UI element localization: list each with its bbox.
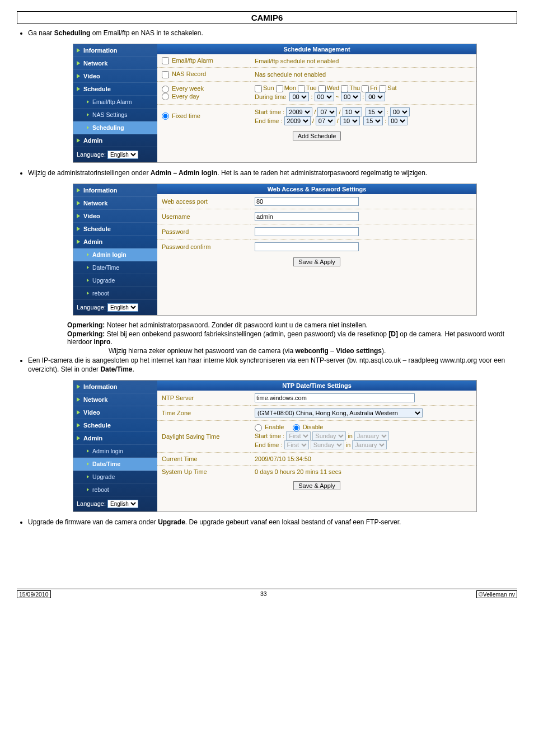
time-select[interactable]: 00 (315, 92, 334, 101)
save-apply-button[interactable] (293, 481, 340, 490)
day-select[interactable]: 10 (343, 107, 362, 116)
month-select[interactable]: 07 (316, 116, 335, 125)
text-line: Upgrade de firmware van de camera onder … (28, 518, 517, 527)
password-confirm-input[interactable] (255, 242, 359, 251)
sidebar-item-adminlogin[interactable]: Admin login (73, 248, 157, 261)
language-selector: Language: English (73, 147, 157, 162)
chevron-right-icon (87, 292, 89, 295)
sidebar-item-schedule[interactable]: Schedule (73, 419, 157, 432)
label: NTP Server (157, 391, 250, 406)
timezone-select[interactable]: (GMT+08:00) China, Hong Kong, Australia … (255, 408, 423, 417)
sidebar: Information Network Video Schedule Admin… (73, 184, 157, 315)
day-checkbox[interactable] (298, 85, 305, 92)
sidebar-item-admin[interactable]: Admin (73, 432, 157, 445)
everyweek-radio[interactable] (162, 86, 169, 93)
bold: webconfig (296, 347, 329, 355)
day-checkbox[interactable] (379, 85, 386, 92)
bold: Video settings (336, 347, 382, 355)
web-port-input[interactable] (255, 197, 359, 206)
sidebar-item-information[interactable]: Information (73, 381, 157, 393)
label: Web access port (157, 194, 250, 209)
bold: inpro (93, 338, 110, 346)
month-select[interactable]: 07 (317, 107, 337, 116)
sidebar-item-reboot[interactable]: reboot (73, 287, 157, 300)
sidebar-item-datetime[interactable]: Date/Time (73, 458, 157, 471)
label: Current Time (157, 452, 250, 465)
hour-select[interactable]: 15 (363, 116, 383, 125)
cell: Fixed time (157, 104, 250, 128)
ntp-server-input[interactable] (255, 393, 415, 402)
sidebar-item-upgrade[interactable]: Upgrade (73, 274, 157, 287)
sidebar-item-schedule[interactable]: Schedule (73, 223, 157, 236)
text: . Het is aan te raden het administratorp… (217, 169, 427, 177)
sidebar-item-label: Information (83, 187, 118, 194)
day-checkbox[interactable] (341, 85, 348, 92)
content-pane: NTP Date/Time Settings NTP Server Time Z… (157, 381, 476, 511)
sidebar-item-admin[interactable]: Admin (73, 134, 157, 147)
year-select[interactable]: 2009 (284, 116, 311, 125)
year-select[interactable]: 2009 (286, 107, 312, 116)
day-checkbox[interactable] (318, 85, 326, 92)
minute-select[interactable]: 00 (388, 116, 407, 125)
enable-radio[interactable] (255, 424, 262, 431)
paragraph: Wijzig de administratorinstellingen onde… (17, 168, 517, 178)
sidebar-item-information[interactable]: Information (73, 184, 157, 197)
language-select[interactable]: English (107, 151, 138, 159)
sidebar-item-upgrade[interactable]: Upgrade (73, 471, 157, 483)
sidebar-item-label: Upgrade (92, 473, 115, 480)
sidebar-item-scheduling[interactable]: Scheduling (73, 121, 157, 134)
sidebar-item-label: Network (83, 200, 107, 206)
language-label: Language: (77, 304, 106, 311)
sidebar-item-admin[interactable]: Admin (73, 236, 157, 248)
sidebar-item-label: Date/Time (92, 461, 120, 467)
time-select[interactable]: 00 (366, 92, 385, 101)
sidebar-item-network[interactable]: Network (73, 197, 157, 210)
disable-radio[interactable] (293, 424, 300, 431)
day-label: Tue (306, 84, 317, 91)
label: Start time : (255, 109, 284, 115)
chevron-right-icon (77, 48, 80, 53)
chevron-right-icon (87, 449, 89, 453)
day-checkbox[interactable] (276, 85, 283, 92)
emailftp-checkbox[interactable] (162, 57, 169, 64)
nas-checkbox[interactable] (162, 71, 169, 78)
day-select[interactable]: 10 (340, 116, 360, 125)
text-line: Een IP-camera die is aangesloten op het … (28, 356, 517, 375)
language-select[interactable]: English (107, 500, 138, 508)
sidebar-item-adminlogin[interactable]: Admin login (73, 445, 157, 458)
everyday-radio[interactable] (162, 93, 169, 100)
time-select[interactable]: 00 (341, 92, 360, 101)
sidebar-item-video[interactable]: Video (73, 406, 157, 419)
sidebar-item-nas[interactable]: NAS Settings (73, 109, 157, 121)
language-select[interactable]: English (107, 303, 138, 312)
minute-select[interactable]: 00 (390, 107, 410, 116)
sidebar-item-information[interactable]: Information (73, 44, 157, 57)
day-checkbox[interactable] (255, 85, 262, 92)
time-select[interactable]: 00 (289, 92, 309, 101)
sidebar-item-emailftp[interactable]: Email/ftp Alarm (73, 96, 157, 109)
bold: Scheduling (54, 29, 91, 37)
sidebar-item-video[interactable]: Video (73, 70, 157, 83)
day-checkbox[interactable] (362, 85, 369, 92)
day-label: Sat (387, 84, 397, 91)
chevron-right-icon (77, 423, 80, 428)
sidebar-item-network[interactable]: Network (73, 393, 157, 406)
sidebar-item-reboot[interactable]: reboot (73, 483, 157, 496)
fixedtime-radio[interactable] (162, 112, 169, 120)
sidebar-item-network[interactable]: Network (73, 57, 157, 70)
password-input[interactable] (255, 227, 359, 236)
sidebar-item-datetime[interactable]: Date/Time (73, 261, 157, 274)
hour-select[interactable]: 15 (366, 107, 385, 116)
save-apply-button[interactable] (293, 257, 340, 266)
cell: Enable Disable Start time : First Sunday… (250, 421, 476, 453)
sidebar-item-schedule[interactable]: Schedule (73, 83, 157, 96)
add-schedule-button[interactable] (293, 132, 341, 140)
chevron-right-icon (87, 253, 89, 256)
sidebar-item-label: reboot (92, 290, 109, 297)
sidebar-item-video[interactable]: Video (73, 210, 157, 223)
username-input[interactable] (255, 212, 359, 221)
page-footer: 15/09/2010 33 ©Velleman nv (17, 589, 517, 598)
label: End time : (255, 118, 283, 124)
chevron-right-icon (87, 126, 89, 129)
label: Every week (172, 85, 204, 92)
